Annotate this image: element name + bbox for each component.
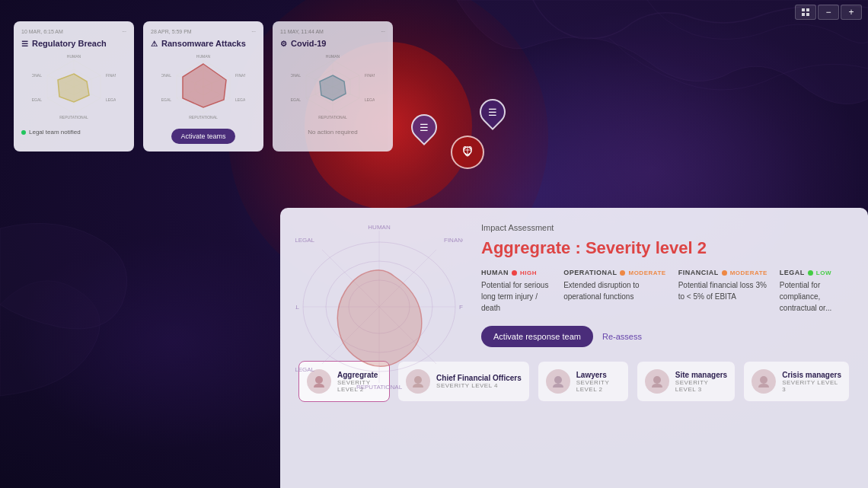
role-card-lawyers[interactable]: Lawyers SEVERITY LEVEL 2 [538,361,629,402]
brain-center-icon[interactable] [451,136,484,169]
card-footer-1: Legal team notified [21,129,126,136]
pin-covid-icon: ☰ [420,122,429,133]
activate-response-button[interactable]: Activate response team [481,326,593,347]
card-menu-1[interactable]: ··· [122,29,126,34]
svg-text:REPUTATIONAL: REPUTATIONAL [318,115,347,120]
role-info-site-managers: Site managers SEVERITY LEVEL 3 [675,371,727,393]
role-avatar-crisis-managers [752,369,776,394]
svg-text:REPUTATIONAL: REPUTATIONAL [189,115,218,120]
svg-text:OPERATIONAL: OPERATIONAL [161,73,171,78]
action-row: Activate response team Re-assess [481,326,850,347]
svg-text:HUMAN: HUMAN [326,54,340,59]
svg-text:OPERATIONAL: OPERATIONAL [295,304,300,311]
svg-text:LEGAL: LEGAL [106,97,116,102]
financial-level: MODERATE [730,270,767,276]
legal-description: Potential for compliance, contractual or… [780,279,850,314]
svg-rect-0 [802,8,805,11]
svg-marker-45 [320,75,346,100]
svg-marker-29 [183,64,226,107]
activate-teams-button[interactable]: Activate teams [171,129,235,144]
card-menu-2[interactable]: ··· [251,29,256,34]
operational-level: MODERATE [628,270,665,276]
svg-text:REPUTATIONAL: REPUTATIONAL [59,115,88,120]
financial-badge [722,270,727,276]
impact-grid: HUMAN HIGH Potential for serious long te… [481,269,850,314]
role-severity-lawyers: SEVERITY LEVEL 2 [576,379,621,393]
human-label: HUMAN [481,269,509,276]
panel-content: Impact Assessment Aggregrate : Severity … [481,223,850,347]
human-badge [512,270,517,276]
svg-line-60 [322,250,436,364]
legal-label: LEGAL [780,269,805,276]
role-name-aggregate: Aggregrate [337,371,381,379]
card-timestamp-1: 10 MAR, 6:15 AM [21,29,63,34]
role-card-cfo[interactable]: Chief Financial Officers SEVERITY LEVEL … [397,361,530,402]
role-severity-site-managers: SEVERITY LEVEL 3 [675,379,727,393]
pin-covid[interactable]: ☰ [411,114,437,140]
role-card-site-managers[interactable]: Site managers SEVERITY LEVEL 3 [637,361,736,402]
card-meta-1: 10 MAR, 6:15 AM ··· [21,29,126,34]
role-name-crisis-managers: Crisis managers [782,371,841,379]
svg-text:LEGAL: LEGAL [32,97,42,102]
svg-text:LEGAL: LEGAL [365,97,375,102]
operational-label: OPERATIONAL [563,269,617,276]
role-info-cfo: Chief Financial Officers SEVERITY LEVEL … [436,374,522,389]
svg-point-56 [326,261,432,352]
minimize-button[interactable]: − [818,5,839,20]
role-info-crisis-managers: Crisis managers SEVERITY LEVEL 3 [782,371,841,393]
severity-title: Aggregrate : Severity level 2 [481,238,850,258]
card-menu-3[interactable]: ··· [381,29,385,34]
svg-text:FINANCIAL: FINANCIAL [106,73,116,78]
card-regulatory-breach: 10 MAR, 6:15 AM ··· ☰ Regulatory Breach [14,21,134,152]
card-meta-2: 28 APR, 5:59 PM ··· [151,29,256,34]
svg-text:FINANCIAL: FINANCIAL [365,73,375,78]
card-covid19: 11 MAY, 11:44 AM ··· ⚙ Covid-19 HUMAN FI… [273,21,393,152]
svg-rect-2 [802,13,805,16]
svg-point-55 [303,242,455,372]
card-title-3: ⚙ Covid-19 [280,39,385,48]
svg-text:OPERATIONAL: OPERATIONAL [291,73,301,78]
svg-marker-13 [58,74,89,102]
radar-1: HUMAN FINANCIAL LEGAL REPUTATIONAL LEGAL… [21,53,126,121]
human-level: HIGH [520,270,537,276]
svg-text:LEGAL: LEGAL [291,97,301,102]
role-avatar-cfo [406,369,430,394]
radar-3: HUMAN FINANCIAL LEGAL REPUTATIONAL LEGAL… [280,53,385,121]
svg-point-69 [315,376,323,384]
svg-text:LEGAL: LEGAL [295,237,315,244]
svg-text:LEGAL: LEGAL [161,97,171,102]
maximize-button[interactable]: + [841,5,862,20]
status-dot-1 [21,130,26,135]
toolbar: − + [789,0,868,24]
svg-line-61 [322,250,436,364]
svg-text:FINANCIAL: FINANCIAL [444,237,463,244]
svg-point-72 [653,376,661,384]
svg-point-70 [414,376,422,384]
grid-icon[interactable] [795,5,816,20]
role-card-crisis-managers[interactable]: Crisis managers SEVERITY LEVEL 3 [743,361,850,402]
impact-label: Impact Assessment [481,223,850,232]
svg-point-57 [349,280,410,333]
impact-col-legal: LEGAL LOW Potential for compliance, cont… [780,269,850,314]
reassess-link[interactable]: Re-assess [602,332,642,341]
role-name-lawyers: Lawyers [576,371,621,379]
role-card-aggregate[interactable]: Aggregrate SEVERITY LEVEL 2 [298,361,390,402]
legal-badge [808,270,813,276]
svg-text:HUMAN: HUMAN [67,54,81,59]
role-name-site-managers: Site managers [675,371,727,379]
role-cards: Aggregrate SEVERITY LEVEL 2 Chief Financ… [298,361,850,402]
pin-ransomware[interactable]: ☰ [480,99,506,125]
card-timestamp-2: 28 APR, 5:59 PM [151,29,192,34]
financial-label: FINANCIAL [678,269,719,276]
impact-col-operational: OPERATIONAL MODERATE Extended disruption… [563,269,666,314]
financial-description: Potential financial loss 3% to < 5% of E… [678,279,767,302]
role-severity-aggregate: SEVERITY LEVEL 2 [337,379,381,393]
operational-badge [620,270,625,276]
svg-text:HUMAN: HUMAN [368,224,391,231]
role-avatar-site-managers [645,369,669,394]
svg-rect-3 [806,13,809,16]
role-name-cfo: Chief Financial Officers [436,374,522,382]
radar-2: HUMAN FINANCIAL LEGAL REPUTATIONAL LEGAL… [151,53,256,121]
svg-text:HUMAN: HUMAN [196,54,211,59]
card-ransomware: 28 APR, 5:59 PM ··· ⚠ Ransomware Attacks… [143,21,263,152]
